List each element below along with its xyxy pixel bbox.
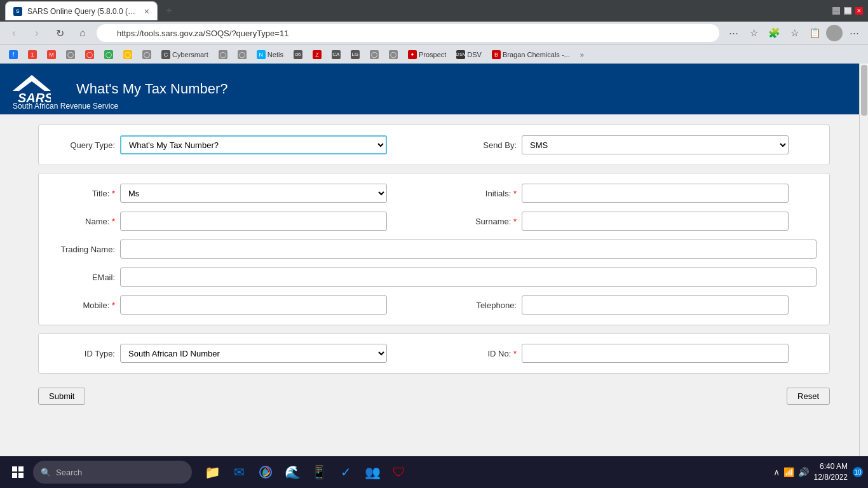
bookmark-5[interactable]: ◯	[100, 49, 117, 60]
taskbar-teams[interactable]: 👥	[360, 459, 385, 485]
taskbar-file-explorer[interactable]: 📁	[200, 459, 225, 485]
tab-close-button[interactable]: ×	[144, 7, 149, 16]
id-row: ID Type: South African ID Number Passpor…	[51, 344, 817, 363]
name-surname-row: Name: Surname:	[51, 212, 817, 231]
url-input[interactable]	[97, 24, 719, 42]
time-date-display[interactable]: 6:40 AM 12/8/2022	[814, 461, 848, 483]
submit-button[interactable]: Submit	[38, 388, 85, 405]
bookmark-lg[interactable]: LG	[347, 49, 363, 60]
personal-details-section: Title: Ms Mr Mrs Dr Initials: Name:	[38, 173, 830, 325]
maximize-button[interactable]: ⬜	[844, 7, 851, 15]
facebook-icon: f	[9, 50, 18, 59]
netis-label: Netis	[268, 51, 283, 58]
forward-button[interactable]: ›	[28, 24, 46, 42]
title-select[interactable]: Ms Mr Mrs Dr	[120, 184, 387, 203]
taskbar-search[interactable]: 🔍 Search	[33, 461, 192, 484]
collections-button[interactable]: 📋	[806, 24, 824, 42]
bookmark-10[interactable]: ◯	[234, 49, 250, 60]
send-by-label: Send By:	[453, 140, 517, 150]
bookmark-6[interactable]: ◯	[119, 49, 136, 60]
bragan-icon: B	[492, 50, 501, 59]
bookmark-9[interactable]: ◯	[215, 49, 231, 60]
back-button[interactable]: ‹	[5, 24, 23, 42]
telephone-group: Telephone:	[453, 295, 817, 315]
url-bar-wrapper: 🔒	[97, 24, 719, 42]
bookmark-1[interactable]: 1	[24, 49, 41, 60]
bm9-icon: ◯	[219, 50, 227, 59]
surname-group: Surname:	[453, 212, 817, 231]
favorites-button[interactable]: ☆	[785, 24, 803, 42]
bookmark-z[interactable]: Z	[309, 49, 325, 60]
bookmark-cybersmart[interactable]: C Cybersmart	[158, 49, 212, 60]
volume-icon[interactable]: 🔊	[798, 467, 809, 477]
bookmark-3[interactable]: ◯	[62, 49, 79, 60]
cybersmart-icon: C	[161, 50, 170, 59]
scrollbar-track[interactable]	[859, 64, 868, 456]
refresh-button[interactable]: ↻	[51, 24, 69, 42]
taskbar-chrome[interactable]	[253, 459, 278, 485]
trading-name-group: Trading Name:	[51, 240, 817, 259]
name-input[interactable]	[120, 212, 387, 231]
bookmark-13[interactable]: ◯	[366, 49, 383, 60]
mobile-input[interactable]	[120, 295, 387, 315]
bookmark-7[interactable]: ◯	[139, 49, 155, 60]
query-type-section: Query Type: What's My Tax Number? Send B…	[38, 125, 830, 165]
close-button[interactable]: ✕	[855, 7, 863, 15]
taskbar-edge[interactable]: 🌊	[280, 459, 305, 485]
email-row: EMail:	[51, 268, 817, 287]
bookmark-gmail[interactable]: M	[43, 49, 60, 60]
send-by-select[interactable]: SMS	[522, 135, 789, 154]
start-button[interactable]	[5, 459, 31, 485]
profile-avatar[interactable]	[826, 25, 843, 41]
bookmark-bragan[interactable]: B Bragan Chemicals -...	[488, 49, 574, 60]
bookmark-dsv[interactable]: DSV DSV	[452, 49, 485, 60]
email-input[interactable]	[120, 268, 817, 287]
taskbar-todo[interactable]: ✓	[333, 459, 358, 485]
bookmark-d6[interactable]: d6	[290, 49, 306, 60]
bookmark-4[interactable]: ◯	[81, 49, 98, 60]
more-button[interactable]: ⋯	[845, 24, 863, 42]
bookmark-more[interactable]: »	[576, 50, 588, 60]
toolbar-right: ⋯ ☆ 🧩 ☆ 📋 ⋯	[724, 24, 863, 42]
main-content: Query Type: What's My Tax Number? Send B…	[0, 114, 868, 417]
new-tab-button[interactable]: +	[160, 2, 178, 20]
home-button[interactable]: ⌂	[74, 24, 92, 42]
query-type-select[interactable]: What's My Tax Number?	[120, 135, 387, 154]
lg-icon: LG	[351, 50, 360, 59]
notification-badge[interactable]: 10	[853, 467, 863, 477]
bookmark-facebook[interactable]: f	[5, 49, 22, 60]
active-tab[interactable]: S SARS Online Query (5.8.0.0 (PRO ×	[5, 1, 158, 20]
wifi-icon[interactable]: 📶	[783, 467, 794, 477]
taskbar-outlook[interactable]: ✉	[226, 459, 252, 485]
surname-input[interactable]	[522, 212, 789, 231]
lens-button[interactable]: ⋯	[724, 24, 742, 42]
bookmark-ca[interactable]: CA	[328, 49, 344, 60]
taskbar-security[interactable]: 🛡	[386, 459, 412, 485]
trading-name-input[interactable]	[120, 240, 817, 259]
query-type-row: Query Type: What's My Tax Number? Send B…	[51, 135, 817, 154]
telephone-input[interactable]	[522, 295, 789, 315]
id-type-select[interactable]: South African ID Number Passport Other	[120, 344, 387, 363]
taskbar-phone[interactable]: 📱	[306, 459, 332, 485]
star-button[interactable]: ☆	[745, 24, 763, 42]
bm3-icon: ◯	[66, 50, 75, 59]
scrollbar-thumb[interactable]	[861, 65, 867, 116]
bm14-icon: ◯	[389, 50, 398, 59]
cybersmart-label: Cybersmart	[172, 51, 208, 58]
query-type-group: Query Type: What's My Tax Number?	[51, 135, 415, 154]
sars-subtitle: South African Revenue Service	[13, 102, 118, 111]
reset-button[interactable]: Reset	[787, 388, 830, 405]
telephone-label: Telephone:	[453, 301, 517, 310]
bookmark-prospect[interactable]: ● Prospect	[404, 49, 450, 60]
bookmark-14[interactable]: ◯	[385, 49, 402, 60]
chevron-up-icon[interactable]: ∧	[773, 467, 780, 477]
trading-name-label: Trading Name:	[51, 245, 115, 254]
minimize-button[interactable]: —	[832, 7, 840, 15]
extensions-button[interactable]: 🧩	[765, 24, 783, 42]
bookmark-netis[interactable]: N Netis	[253, 49, 287, 60]
system-icons: ∧ 📶 🔊	[773, 467, 809, 477]
id-no-input[interactable]	[522, 344, 789, 363]
initials-input[interactable]	[522, 184, 789, 203]
mobile-telephone-row: Mobile: Telephone:	[51, 295, 817, 315]
tab-title: SARS Online Query (5.8.0.0 (PRO	[27, 7, 139, 16]
